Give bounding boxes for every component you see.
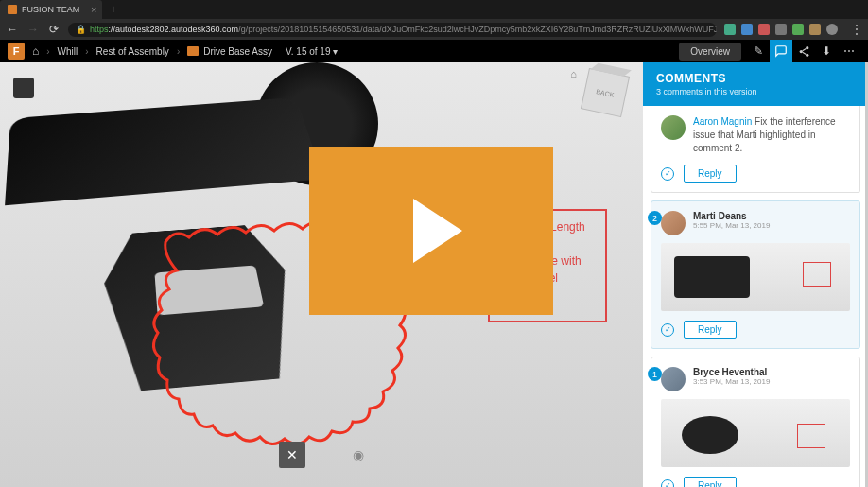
breadcrumb-item[interactable]: Whill [58, 46, 78, 57]
folder-icon [187, 46, 199, 56]
comment-item[interactable]: 1 Bryce Heventhal 3:53 PM, Mar 13, 2019 … [651, 357, 860, 487]
ext-icon[interactable] [792, 24, 804, 35]
overview-button[interactable]: Overview [679, 43, 741, 61]
comments-icon[interactable] [770, 40, 792, 62]
crumb-sep: › [177, 46, 180, 57]
comment-number-badge: 2 [648, 211, 662, 225]
url-scheme: https [90, 25, 109, 34]
url-path: /g/projects/20181015154650531/data/dXJuO… [238, 25, 717, 34]
svg-point-2 [806, 53, 808, 56]
svg-point-1 [799, 49, 802, 52]
browser-tab[interactable]: FUSION TEAM × [0, 0, 102, 19]
avatar [661, 367, 686, 391]
avatar-icon[interactable] [826, 24, 838, 35]
close-markup-button[interactable]: ✕ [279, 442, 305, 468]
reload-button[interactable]: ⟳ [47, 23, 61, 36]
avatar [661, 211, 686, 235]
ext-icon[interactable] [741, 24, 753, 35]
browser-tab-strip: FUSION TEAM × + [0, 0, 868, 19]
view-home-icon[interactable]: ⌂ [570, 68, 577, 79]
crumb-sep: › [85, 46, 88, 57]
download-icon[interactable]: ⬇ [815, 40, 838, 62]
forward-button[interactable]: → [26, 23, 40, 36]
comment-item[interactable]: 2 Marti Deans 5:55 PM, Mar 13, 2019 ✓ Re… [651, 200, 860, 349]
reply-button[interactable]: Reply [684, 477, 737, 487]
comment-number-badge: 1 [648, 367, 662, 381]
browser-menu-icon[interactable]: ⋮ [851, 23, 862, 36]
extension-icons [724, 24, 838, 35]
comments-title: COMMENTS [656, 72, 855, 85]
browser-address-bar: ← → ⟳ 🔒 https ://autodesk2802.autodesk36… [0, 19, 868, 40]
fusion-logo[interactable]: F [8, 43, 25, 60]
resolve-icon[interactable]: ✓ [661, 323, 674, 337]
more-icon[interactable]: ⋯ [838, 40, 860, 62]
tab-title: FUSION TEAM [22, 5, 79, 14]
tab-favicon [8, 5, 17, 14]
reply-button[interactable]: Reply [684, 321, 737, 339]
comment-time: 3:53 PM, Mar 13, 2019 [693, 377, 770, 386]
comment-author: Marti Deans [693, 211, 770, 221]
comments-header: COMMENTS 3 comments in this version [643, 62, 868, 106]
resolve-icon[interactable]: ✓ [661, 479, 674, 488]
home-icon[interactable]: ⌂ [32, 44, 39, 58]
comment-time: 5:55 PM, Mar 13, 2019 [693, 221, 770, 230]
viewport-bottom-bar: ✕ ◉ [279, 442, 364, 468]
new-tab-button[interactable]: + [110, 3, 116, 16]
comments-panel: COMMENTS 3 comments in this version Aaro… [643, 62, 868, 487]
orbit-icon[interactable]: ◉ [353, 447, 364, 462]
close-tab-icon[interactable]: × [91, 4, 96, 15]
edit-icon[interactable]: ✎ [747, 40, 770, 62]
lock-icon: 🔒 [76, 25, 86, 34]
url-input[interactable]: 🔒 https ://autodesk2802.autodesk360.com … [68, 23, 717, 37]
version-selector[interactable]: V. 15 of 19 ▾ [286, 46, 338, 57]
resolve-icon[interactable]: ✓ [661, 167, 674, 181]
breadcrumb-item[interactable]: Drive Base Assy [203, 46, 272, 57]
ext-icon[interactable] [775, 24, 787, 35]
comment-body: Aaron Magnin Fix the interference issue … [693, 115, 850, 155]
play-button-overlay[interactable] [309, 147, 553, 315]
avatar [661, 115, 686, 140]
comment-author: Bryce Heventhal [693, 367, 770, 377]
svg-point-0 [806, 46, 808, 49]
crumb-sep: › [46, 46, 49, 57]
reply-button[interactable]: Reply [684, 165, 737, 183]
play-icon [413, 199, 462, 263]
view-cube[interactable]: BACK [581, 68, 630, 117]
comment-item[interactable]: Aaron Magnin Fix the interference issue … [651, 106, 860, 193]
share-icon[interactable] [792, 40, 815, 62]
app-toolbar: F ⌂ › Whill › Rest of Assembly › Drive B… [0, 40, 868, 62]
mention[interactable]: Aaron Magnin [693, 116, 752, 127]
comments-subtitle: 3 comments in this version [656, 87, 855, 96]
comment-thumbnail[interactable] [661, 243, 850, 311]
ext-icon[interactable] [809, 24, 821, 35]
ext-icon[interactable] [758, 24, 770, 35]
url-host: ://autodesk2802.autodesk360.com [109, 25, 239, 34]
back-button[interactable]: ← [6, 23, 19, 36]
comment-thumbnail[interactable] [661, 399, 850, 467]
ext-icon[interactable] [724, 24, 736, 35]
breadcrumb-item[interactable]: Rest of Assembly [96, 46, 169, 57]
